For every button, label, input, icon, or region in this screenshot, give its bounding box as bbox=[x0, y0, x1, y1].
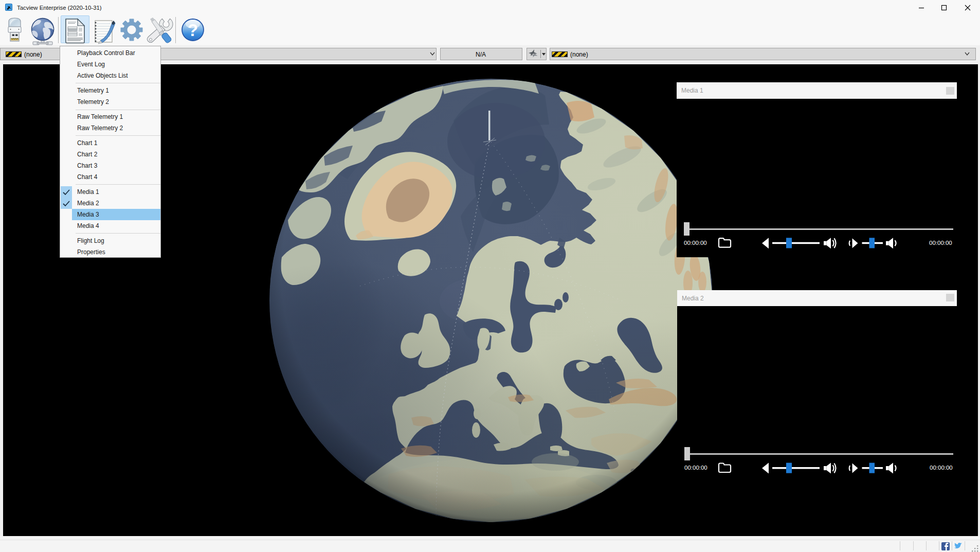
svg-text:?: ? bbox=[188, 21, 198, 40]
